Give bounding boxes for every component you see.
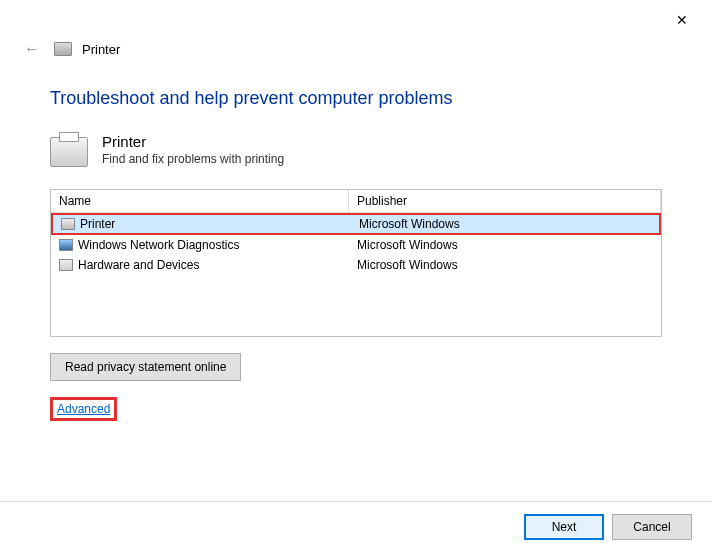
column-header-publisher[interactable]: Publisher — [349, 190, 661, 212]
network-icon — [59, 239, 73, 251]
troubleshooter-table: Name Publisher Printer Microsoft Windows… — [50, 189, 662, 337]
hardware-icon — [59, 259, 73, 271]
advanced-link[interactable]: Advanced — [57, 402, 110, 416]
section-description: Find and fix problems with printing — [102, 152, 284, 166]
table-row[interactable]: Printer Microsoft Windows — [51, 213, 661, 235]
printer-icon — [54, 42, 72, 56]
close-icon: ✕ — [676, 12, 688, 28]
close-button[interactable]: ✕ — [659, 5, 704, 35]
column-header-name[interactable]: Name — [51, 190, 349, 212]
back-arrow-icon: ← — [24, 40, 40, 57]
next-button[interactable]: Next — [524, 514, 604, 540]
row-name: Hardware and Devices — [78, 258, 199, 272]
back-button[interactable]: ← — [20, 40, 44, 58]
row-name: Printer — [80, 217, 115, 231]
printer-icon — [50, 137, 88, 167]
section-title: Printer — [102, 133, 284, 150]
printer-icon — [61, 218, 75, 230]
privacy-statement-button[interactable]: Read privacy statement online — [50, 353, 241, 381]
row-publisher: Microsoft Windows — [351, 215, 659, 233]
page-heading: Troubleshoot and help prevent computer p… — [50, 88, 662, 109]
row-publisher: Microsoft Windows — [349, 256, 661, 274]
row-publisher: Microsoft Windows — [349, 236, 661, 254]
cancel-button[interactable]: Cancel — [612, 514, 692, 540]
table-row[interactable]: Hardware and Devices Microsoft Windows — [51, 255, 661, 275]
row-name: Windows Network Diagnostics — [78, 238, 239, 252]
window-title: Printer — [82, 42, 120, 57]
table-row[interactable]: Windows Network Diagnostics Microsoft Wi… — [51, 235, 661, 255]
